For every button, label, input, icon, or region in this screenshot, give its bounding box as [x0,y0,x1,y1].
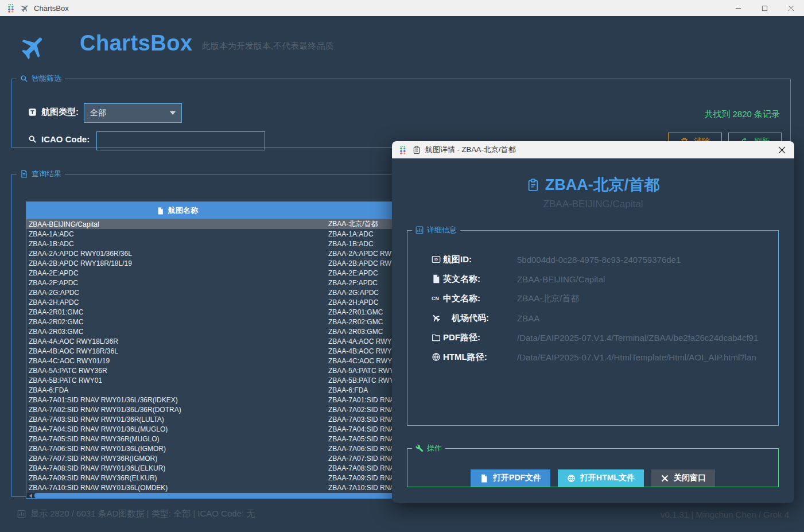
chart-name-cell: ZBAA-7A08:SID RNAV RWY01/36L(ELKUR) [26,464,328,472]
chart-name-cell: ZBAA-4B:AOC RWY18R/36L [26,347,328,355]
chart-name-cell: ZBAA-4A:AOC RWY18L/36R [26,337,328,345]
chart-name-cell: ZBAA-7A01:SID RNAV RWY01/36L/36R(IDKEX) [26,396,328,404]
document-icon [480,474,488,483]
chart-name-cell: ZBAA-1B:ADC [26,240,328,248]
record-count-text: 共找到 2820 条记录 [704,109,780,120]
close-button[interactable] [778,0,804,16]
chart-type-label: 航图类型: [28,107,79,118]
chart-name-cell: ZBAA-5B:PATC RWY01 [26,376,328,385]
icao-code-input[interactable] [96,131,265,150]
svg-text:ID: ID [434,258,438,261]
close-window-button[interactable]: 关闭窗口 [651,469,715,487]
close-x-icon [661,474,669,483]
folder-icon [432,333,443,342]
details-legend-label: 详细信息 [427,225,457,235]
detail-field-label: 英文名称: [443,274,517,285]
window-titlebar: ChartsBox [0,0,804,16]
clipboard-icon [413,146,421,154]
document-icon [20,170,28,178]
bar-chart-icon [17,510,26,518]
detail-field-value: /Data/EAIP2025-07.V1.4/Terminal/ZBAA/be2… [517,333,778,343]
chart-name-cell: ZBAA-7A10:SID RNAV RWY01/36L(OMDEK) [26,484,328,492]
id-card-icon: ID [432,255,443,264]
details-panel: 详细信息 ID航图ID:5bd004dd-0c28-4975-8c93-2407… [407,225,779,426]
app-logo-plane-icon [20,33,47,61]
detail-field-value: ZBAA-BEIJING/Capital [517,274,778,284]
plane-icon [21,4,29,13]
window-controls [725,0,804,16]
chart-detail-dialog: 航图详情 - ZBAA-北京/首都 ZBAA-北京/首都 ZBAA-BEIJIN… [392,141,794,503]
action-buttons: 打开PDF文件 打开HTML文件 关闭窗口 [407,469,778,487]
cn-icon: CN [432,294,443,303]
chart-name-cell: ZBAA-BEIJING/Capital [26,220,328,228]
chart-name-cell: ZBAA-2E:APDC [26,269,328,277]
document-icon [432,274,443,284]
chart-name-cell: ZBAA-2H:APDC [26,298,328,306]
app-window: ChartsBox ChartsBox 此版本为开发版本,不代表最终品质 智能筛… [0,0,804,532]
detail-field-row: HTML路径:/Data/EAIP2025-07.V1.4/HtmlTempla… [407,351,778,363]
scroll-left-arrow-icon[interactable] [28,493,33,498]
plane-icon [432,313,443,323]
filter-legend-label: 智能筛选 [32,73,61,84]
detail-field-value: ZBAA [517,313,778,323]
chart-name-cell: ZBAA-5A:PATC RWY36R [26,367,328,375]
page-subtitle: 此版本为开发版本,不代表最终品质 [202,41,333,52]
detail-field-row: PDF路径:/Data/EAIP2025-07.V1.4/Terminal/ZB… [407,332,778,343]
bar-chart-icon [415,226,424,234]
filter-legend: 智能筛选 [17,73,65,84]
chart-type-selected-value: 全部 [90,108,106,118]
chart-name-cell: ZBAA-7A04:SID RNAV RWY01/36L(MUGLO) [26,425,328,433]
detail-field-row: 机场代码:ZBAA [407,312,778,324]
window-title: ChartsBox [34,4,69,13]
chart-name-cell: ZBAA-2R03:GMC [26,328,328,336]
chart-name-column-header: 航图名称 [26,205,328,216]
results-legend: 查询结果 [17,169,65,179]
chart-name-cell: ZBAA-2G:APDC [26,289,328,297]
detail-field-label: PDF路径: [443,332,517,343]
dialog-subheading: ZBAA-BEIJING/Capital [392,199,794,210]
actions-legend-label: 操作 [427,443,442,453]
page-title: ChartsBox [80,31,193,56]
dialog-heading: ZBAA-北京/首都 [392,174,794,195]
app-grid-logo-icon [7,3,16,13]
maximize-button[interactable] [751,0,778,16]
detail-field-row: ID航图ID:5bd004dd-0c28-4975-8c93-240759376… [407,254,778,265]
chart-name-cell: ZBAA-6:FDA [26,386,328,394]
detail-field-value: 5bd004dd-0c28-4975-8c93-240759376de1 [517,255,778,265]
clipboard-icon [527,178,539,191]
icao-code-label: ICAO Code: [28,134,90,144]
detail-field-label: 航图ID: [443,254,517,265]
status-bar: 显示 2820 / 6031 条AD图数据 | 类型: 全部 | ICAO Co… [17,508,255,519]
chart-name-cell: ZBAA-2R01:GMC [26,308,328,316]
version-text: v0.1.31 | Mingchun Chen / Grok 4 [661,510,789,519]
app-grid-logo-icon [399,145,408,154]
status-text: 显示 2820 / 6031 条AD图数据 | 类型: 全部 | ICAO Co… [30,508,255,519]
chart-name-cell: ZBAA-2F:APDC [26,279,328,287]
dialog-close-button[interactable] [775,143,789,157]
minimize-button[interactable] [725,0,751,16]
chart-name-cell: ZBAA-7A03:SID RNAV RWY01/36R(LULTA) [26,415,328,424]
detail-field-label: 机场代码: [443,313,517,324]
chart-name-cell: ZBAA-2B:APDC RWY18R/18L/19 [26,259,328,267]
detail-field-row: 英文名称:ZBAA-BEIJING/Capital [407,273,778,285]
chart-name-cell: ZBAA-2A:APDC RWY01/36R/36L [26,250,328,258]
detail-field-row: CN中文名称:ZBAA-北京/首都 [407,293,778,304]
results-legend-label: 查询结果 [32,169,61,179]
search-icon [20,75,28,83]
detail-field-label: HTML路径: [443,352,517,363]
open-pdf-button[interactable]: 打开PDF文件 [471,469,550,487]
detail-fields: ID航图ID:5bd004dd-0c28-4975-8c93-240759376… [407,254,778,371]
globe-icon [567,474,576,483]
open-html-button[interactable]: 打开HTML文件 [558,469,644,487]
chart-name-cell: ZBAA-7A05:SID RNAV RWY36R(MUGLO) [26,435,328,443]
detail-field-value: ZBAA-北京/首都 [517,293,778,304]
actions-legend: 操作 [412,443,445,453]
details-legend: 详细信息 [412,225,460,235]
globe-icon [432,352,443,362]
actions-panel: 操作 打开PDF文件 打开HTML文件 [407,443,779,487]
chevron-down-icon [170,111,176,115]
chart-name-cell: ZBAA-7A09:SID RNAV RWY36R(ELKUR) [26,474,328,482]
dialog-titlebar: 航图详情 - ZBAA-北京/首都 [392,141,794,158]
chart-type-select[interactable]: 全部 [84,103,182,123]
chart-name-cell: ZBAA-1A:ADC [26,230,328,238]
